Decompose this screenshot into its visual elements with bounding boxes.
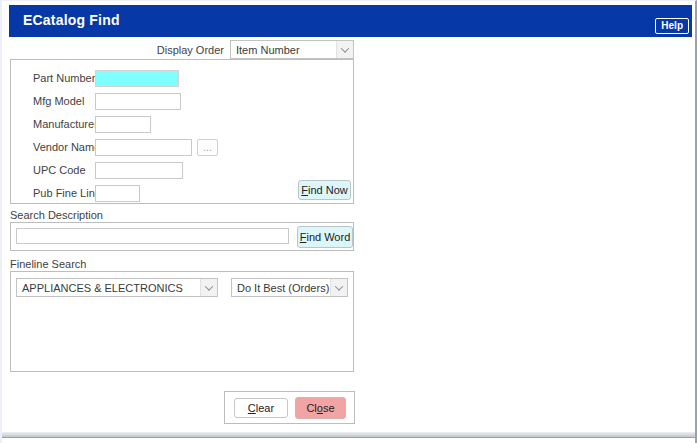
- find-word-button[interactable]: Find Word: [297, 226, 353, 248]
- manufacturer-label: Manufacturer: [33, 118, 98, 130]
- chevron-down-icon: [200, 279, 217, 296]
- search-description-input[interactable]: [16, 228, 289, 244]
- fineline-catalog-value: Do It Best (Orders): [232, 282, 330, 294]
- fineline-catalog-select[interactable]: Do It Best (Orders): [231, 278, 348, 297]
- fineline-search-panel: APPLIANCES & ELECTRONICS Do It Best (Ord…: [10, 271, 354, 372]
- fineline-category-select[interactable]: APPLIANCES & ELECTRONICS: [16, 278, 218, 297]
- chevron-down-icon: [336, 41, 353, 58]
- close-button[interactable]: Close: [295, 397, 346, 419]
- find-now-button[interactable]: Find Now: [298, 180, 351, 200]
- part-number-input[interactable]: [95, 70, 179, 87]
- chevron-down-icon: [330, 279, 347, 296]
- display-order-label: Display Order: [2, 44, 224, 56]
- window-title: ECatalog Find: [23, 12, 120, 28]
- help-button[interactable]: Help: [655, 18, 689, 34]
- display-order-value: Item Number: [231, 44, 336, 56]
- upc-code-input[interactable]: [95, 162, 183, 179]
- footer-buttons-panel: Clear Close: [224, 391, 355, 424]
- pub-fine-line-input[interactable]: [95, 185, 140, 202]
- vendor-name-input[interactable]: [95, 139, 192, 156]
- display-order-select[interactable]: Item Number: [230, 40, 354, 59]
- search-description-label: Search Description: [10, 209, 103, 221]
- fineline-search-label: Fineline Search: [10, 258, 86, 270]
- item-search-panel: Part Number Mfg Model Manufacturer Vendo…: [10, 59, 354, 204]
- mfg-model-label: Mfg Model: [33, 95, 84, 107]
- pub-fine-line-label: Pub Fine Line: [33, 187, 101, 199]
- vendor-browse-button[interactable]: ...: [197, 139, 218, 156]
- window-bottom-edge: [2, 432, 695, 438]
- clear-button[interactable]: Clear: [234, 398, 288, 418]
- ecatalog-find-window: ECatalog Find Help Display Order Item Nu…: [0, 0, 697, 443]
- upc-code-label: UPC Code: [33, 164, 86, 176]
- vendor-name-label: Vendor Name: [33, 141, 100, 153]
- part-number-label: Part Number: [33, 72, 95, 84]
- mfg-model-input[interactable]: [95, 93, 181, 110]
- title-bar: ECatalog Find Help: [9, 5, 692, 37]
- manufacturer-input[interactable]: [95, 116, 151, 133]
- search-description-panel: Find Word: [10, 222, 354, 251]
- fineline-category-value: APPLIANCES & ELECTRONICS: [17, 282, 200, 294]
